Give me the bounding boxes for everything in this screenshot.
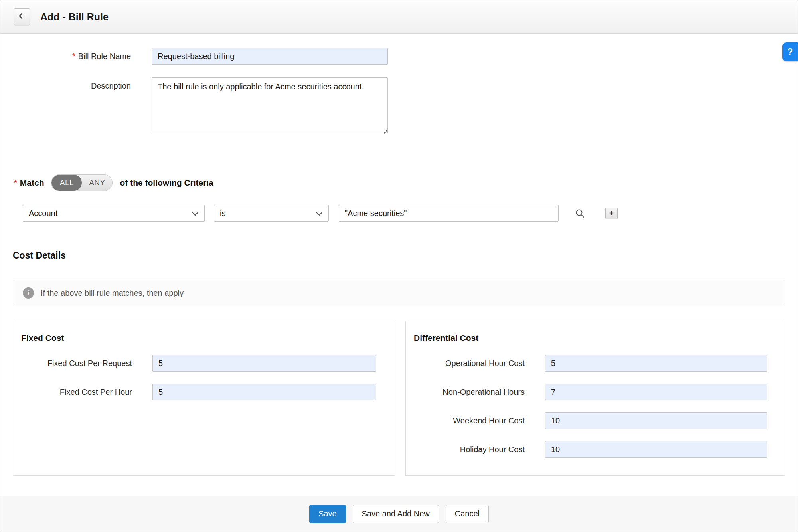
description-textarea[interactable]: The bill rule is only applicable for Acm… xyxy=(152,77,388,133)
fixed-cost-per-hour-row: Fixed Cost Per Hour xyxy=(13,384,395,400)
fixed-cost-per-hour-label: Fixed Cost Per Hour xyxy=(13,388,132,397)
back-button[interactable] xyxy=(14,8,30,25)
match-option-any[interactable]: ANY xyxy=(82,175,112,191)
match-criteria-row: * Match ALL ANY of the following Criteri… xyxy=(14,174,798,191)
criteria-operator-value: is xyxy=(220,209,225,218)
arrow-left-icon xyxy=(18,12,27,22)
search-icon[interactable] xyxy=(575,208,585,219)
question-mark-icon: ? xyxy=(787,46,793,57)
fixed-cost-per-request-row: Fixed Cost Per Request xyxy=(13,355,395,372)
weekend-hour-cost-input[interactable] xyxy=(545,412,767,429)
cost-details-heading: Cost Details xyxy=(13,250,798,261)
non-operational-hours-input[interactable] xyxy=(545,384,767,400)
criteria-field-select[interactable]: Account xyxy=(23,205,205,222)
differential-cost-panel: Differential Cost Operational Hour Cost … xyxy=(405,321,785,476)
criteria-value-input[interactable] xyxy=(339,205,559,222)
bill-rule-name-label: *Bill Rule Name xyxy=(0,52,131,61)
required-asterisk: * xyxy=(72,52,75,61)
info-text: If the above bill rule matches, then app… xyxy=(41,289,184,298)
save-and-add-new-button[interactable]: Save and Add New xyxy=(353,505,439,523)
holiday-hour-cost-label: Holiday Hour Cost xyxy=(406,445,525,454)
required-asterisk: * xyxy=(14,178,17,188)
page-title: Add - Bill Rule xyxy=(40,11,109,23)
differential-cost-title: Differential Cost xyxy=(406,321,785,343)
match-toggle: ALL ANY xyxy=(51,174,113,191)
fixed-cost-per-request-input[interactable] xyxy=(152,355,376,372)
weekend-hour-cost-label: Weekend Hour Cost xyxy=(406,416,525,425)
help-tab[interactable]: ? xyxy=(782,42,798,61)
operational-hour-cost-row: Operational Hour Cost xyxy=(406,355,785,372)
add-bill-rule-page: Add - Bill Rule ? *Bill Rule Name Descri… xyxy=(0,0,798,532)
header-bar: Add - Bill Rule xyxy=(0,0,798,34)
chevron-down-icon xyxy=(192,209,199,218)
footer-bar: Save Save and Add New Cancel xyxy=(0,496,798,532)
fixed-cost-title: Fixed Cost xyxy=(13,321,395,343)
description-row: Description The bill rule is only applic… xyxy=(0,77,798,135)
save-button[interactable]: Save xyxy=(309,505,346,523)
non-operational-hours-row: Non-Operational Hours xyxy=(406,384,785,400)
fixed-cost-panel: Fixed Cost Fixed Cost Per Request Fixed … xyxy=(13,321,395,476)
holiday-hour-cost-row: Holiday Hour Cost xyxy=(406,441,785,458)
criteria-row: Account is + xyxy=(23,205,798,222)
criteria-field-value: Account xyxy=(29,209,57,218)
operational-hour-cost-input[interactable] xyxy=(545,355,767,372)
description-label: Description xyxy=(0,77,131,91)
non-operational-hours-label: Non-Operational Hours xyxy=(406,388,525,397)
match-option-all[interactable]: ALL xyxy=(51,175,82,191)
weekend-hour-cost-row: Weekend Hour Cost xyxy=(406,412,785,429)
match-suffix-text: of the following Criteria xyxy=(120,178,213,188)
add-criteria-button[interactable]: + xyxy=(605,208,618,219)
info-icon: i xyxy=(23,287,34,299)
criteria-operator-select[interactable]: is xyxy=(214,205,329,222)
holiday-hour-cost-input[interactable] xyxy=(545,441,767,458)
info-bar: i If the above bill rule matches, then a… xyxy=(13,280,785,306)
fixed-cost-per-request-label: Fixed Cost Per Request xyxy=(13,359,132,368)
cancel-button[interactable]: Cancel xyxy=(446,505,489,523)
fixed-cost-per-hour-input[interactable] xyxy=(152,384,376,400)
bill-rule-name-row: *Bill Rule Name xyxy=(0,48,798,65)
bill-rule-name-input[interactable] xyxy=(152,48,388,65)
bill-rule-form: *Bill Rule Name Description The bill rul… xyxy=(0,34,798,135)
operational-hour-cost-label: Operational Hour Cost xyxy=(406,359,525,368)
chevron-down-icon xyxy=(316,209,323,218)
match-label: Match xyxy=(20,178,44,188)
cost-panels: Fixed Cost Fixed Cost Per Request Fixed … xyxy=(13,321,785,476)
